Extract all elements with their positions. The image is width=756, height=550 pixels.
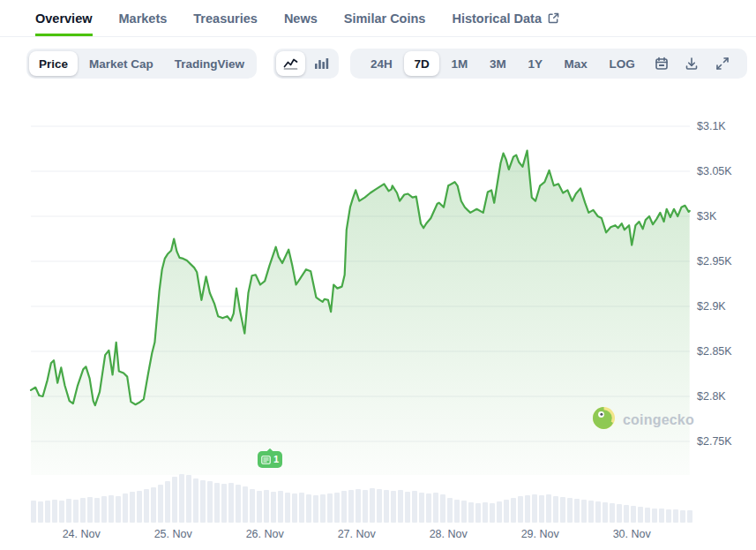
volume-bar (264, 490, 269, 523)
volume-bar (31, 501, 36, 523)
volume-bar (207, 481, 213, 523)
volume-bar (45, 501, 50, 523)
volume-bar (405, 492, 410, 523)
volume-bar (109, 495, 114, 523)
volume-bar (475, 503, 481, 523)
volume-bar (151, 487, 156, 523)
coingecko-watermark: coingecko (592, 406, 694, 433)
volume-bar (221, 484, 227, 523)
volume-bar (285, 493, 290, 523)
volume-bar (130, 492, 135, 523)
volume-bar (666, 509, 671, 523)
volume-bar (440, 494, 445, 523)
volume-bar (461, 501, 467, 523)
coin-chart-page: Overview Markets Treasuries News Similar… (0, 0, 756, 550)
volume-bar (179, 474, 184, 523)
volume-bar (94, 498, 100, 523)
volume-bar (539, 495, 544, 523)
volume-bar (631, 506, 636, 523)
volume-bar (370, 488, 375, 523)
volume-bar (490, 503, 495, 523)
volume-bar (200, 480, 206, 523)
volume-bar (348, 490, 354, 523)
volume-bar (334, 493, 340, 523)
volume-bar (447, 498, 453, 523)
volume-bar (165, 481, 170, 523)
volume-bar (257, 491, 262, 523)
volume-bar (412, 491, 417, 523)
volume-bar (384, 490, 389, 523)
volume-bar (687, 510, 692, 523)
coingecko-watermark-label: coingecko (623, 412, 694, 428)
volume-bar (574, 499, 580, 523)
coingecko-logo-icon (592, 406, 616, 433)
volume-bar (59, 501, 64, 523)
volume-bar (419, 493, 424, 523)
news-icon (261, 452, 271, 468)
volume-bar (214, 483, 220, 523)
volume-bar (271, 492, 276, 523)
volume-bar (426, 493, 431, 523)
volume-bar (123, 493, 128, 523)
volume-bar (511, 498, 516, 523)
volume-bar (80, 498, 86, 523)
volume-bar (116, 496, 121, 523)
volume-bar (659, 509, 664, 523)
volume-bar (101, 496, 107, 523)
volume-bar (504, 500, 509, 523)
volume-bar (144, 489, 149, 523)
volume-bar (341, 491, 347, 523)
volume-bar (236, 485, 241, 523)
volume-bar (250, 489, 255, 523)
volume-bar (398, 490, 403, 523)
volume-bar (158, 485, 163, 523)
volume-bar (193, 478, 198, 523)
volume-bar (652, 509, 657, 523)
volume-bar (292, 493, 297, 523)
volume-bar (278, 491, 283, 523)
price-area-fill (31, 151, 690, 476)
price-chart-canvas[interactable] (0, 0, 756, 550)
volume-bar (320, 494, 326, 523)
volume-bar (624, 505, 629, 523)
volume-bar (610, 503, 615, 523)
volume-bar (532, 494, 537, 523)
volume-bar (52, 500, 57, 523)
volume-bar (327, 493, 333, 523)
news-event-badge[interactable]: 1 (258, 451, 282, 468)
volume-bar (38, 501, 43, 523)
volume-bar (228, 483, 234, 523)
volume-bar (645, 508, 650, 523)
volume-bar (560, 497, 565, 523)
volume-bar (673, 509, 678, 523)
volume-bar (172, 477, 177, 523)
volume-bar (313, 495, 318, 523)
volume-bar (680, 510, 685, 523)
volume-bar (595, 501, 601, 523)
volume-bar (567, 498, 573, 523)
volume-bar (454, 500, 460, 523)
volume-bar (581, 500, 587, 523)
volume-bar (299, 493, 304, 523)
volume-bar (87, 497, 93, 523)
volume-bar (617, 504, 622, 523)
volume-bar (518, 496, 523, 523)
volume-bar (73, 500, 79, 523)
volume-bar (483, 502, 488, 523)
volume-bars (31, 474, 692, 523)
volume-bar (546, 494, 551, 523)
volume-bar (553, 496, 558, 523)
volume-bar (363, 490, 368, 523)
volume-bar (137, 491, 142, 523)
volume-bar (603, 502, 608, 523)
volume-bar (588, 501, 594, 523)
volume-bar (186, 475, 191, 523)
volume-bar (243, 486, 248, 523)
volume-bar (638, 507, 643, 523)
volume-bar (433, 493, 438, 523)
volume-bar (525, 495, 530, 523)
volume-bar (391, 491, 396, 523)
volume-bar (497, 501, 502, 523)
volume-bar (356, 489, 361, 523)
volume-bar (66, 499, 71, 523)
